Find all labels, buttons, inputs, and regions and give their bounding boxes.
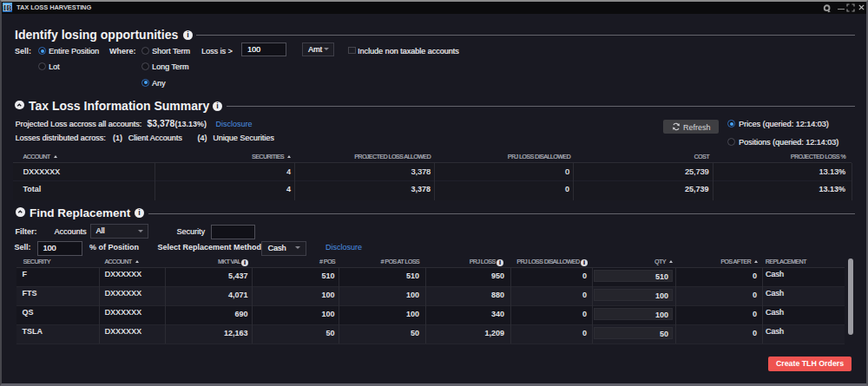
svg-text:IB: IB — [3, 3, 12, 12]
